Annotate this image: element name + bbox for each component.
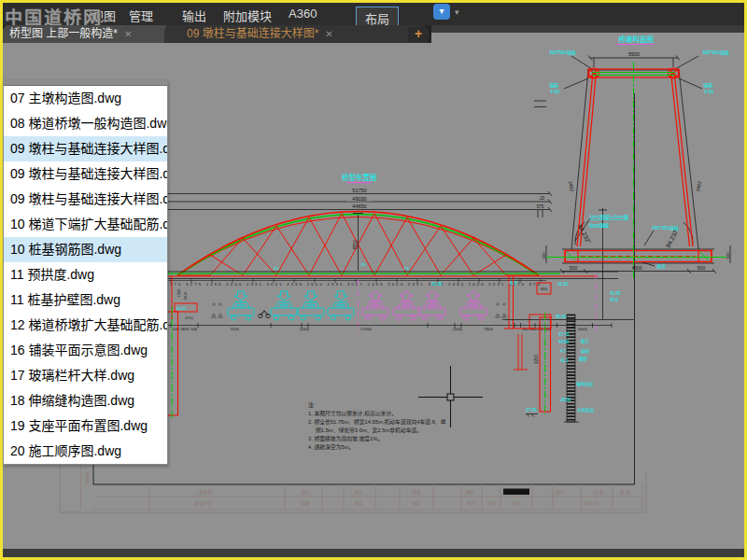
list-item[interactable]: 12 梯道桥墩扩大基础配筋.dwg (4, 313, 167, 338)
slope-label: 2% (403, 266, 409, 271)
elevation-label: 45.05 (556, 315, 567, 319)
list-item[interactable]: 11 预拱度.dwg (4, 262, 167, 287)
list-item[interactable]: 16 铺装平面示意图.dwg (4, 338, 167, 363)
tb-cell: 桩号 (467, 500, 476, 507)
elevation-label: 41.05 (610, 291, 621, 296)
list-item-highlighted[interactable]: 10 桩基钢筋图.dwg (4, 237, 167, 262)
slope-label: 2% (274, 266, 279, 271)
left-dim1: 1500 (176, 288, 181, 298)
dim-500-right: 500 (698, 265, 706, 271)
dim-total: 51750 (352, 188, 366, 193)
left-dim2: 3010 (183, 291, 188, 301)
list-item[interactable]: 09 墩柱与基础连接大样图.dwg (4, 187, 167, 212)
status-strip (3, 549, 744, 557)
dim-4500: 4500 (631, 265, 641, 271)
apex-dim-text: 8500 (353, 239, 358, 249)
borehole-column (567, 315, 575, 422)
title-block-black-bar (503, 489, 529, 496)
tb-cell: 共 张 (594, 489, 604, 496)
rebar-right-2: 4-50 (704, 89, 713, 94)
dim: 7400 (484, 327, 493, 331)
elevation-label: 4.7 (560, 349, 567, 354)
list-item[interactable]: 20 施工顺序图.dwg (4, 439, 167, 464)
soil-label: 强风化岩 (576, 381, 593, 387)
elevation-label: 45.0 (610, 298, 618, 302)
anchor-label-left: 300*500锚板 (549, 49, 576, 56)
dim-r2: 575 (537, 204, 544, 209)
side-dim-left: 2452 (568, 181, 575, 192)
dim: 100 2831 146 (173, 327, 198, 331)
tb-cell: 日期 (512, 501, 521, 507)
tb-cell: 审核 (412, 489, 421, 496)
soil-label: 中风化岩 (577, 407, 594, 413)
rebar-right: 锚筋 (703, 82, 712, 89)
tb-cell: 图别 (465, 489, 474, 496)
pile-dim: 1200 (534, 354, 539, 364)
elevation-title: 桥型布置图 (342, 173, 377, 182)
magenta-traffic-arrows (369, 291, 480, 301)
fill-label: 填芯 (656, 263, 666, 270)
side-500-left: 500 (542, 252, 546, 259)
tb-cell: 审定 (412, 500, 421, 507)
dim: 6505 (578, 327, 587, 331)
notes-block: 注: 1. 本图尺寸均以厘米计,标高以米计。 2. 桥全长51.75m、桥宽14… (308, 401, 446, 451)
dim-mid: 49030 (352, 196, 366, 202)
notes-line: 3. 桥面横坡为双向坡,坡度1%。 (308, 435, 383, 442)
list-item[interactable]: 09 墩柱与基础连接大样图.dwg (4, 161, 167, 187)
notes-header: 注: (308, 401, 316, 409)
geology-labels: 41.05 45.05 47.70 44.50 4.7 41.1 黏土 粉砂 细… (431, 281, 621, 414)
notes-line: 4. 通航净空为5m。 (308, 443, 354, 451)
bridge-deck: 370 3275 2466 2000 2331 3001 2466 2000 2… (166, 272, 618, 287)
rebar-left-2: 4-50 (550, 89, 559, 94)
dim-inner: 44650 (352, 203, 366, 209)
detail-note-2: 6mm钢板 (589, 222, 609, 229)
slope-label: 2% (360, 262, 366, 267)
list-item[interactable]: 18 伸缩缝构造图.dwg (4, 388, 167, 413)
magenta-car-icons (362, 302, 486, 321)
tb-cell: 制图 (301, 500, 310, 507)
detail-note-1: 1cm(预留)+2mm钢 (589, 214, 628, 220)
list-item[interactable]: 17 玻璃栏杆大样.dwg (4, 363, 167, 388)
anchor-label-right: 300*500锚板 (702, 49, 729, 56)
dim-r1: 20 (540, 196, 545, 201)
dim: 17500 (360, 327, 373, 331)
tb-cell: 工程名称 (195, 489, 213, 496)
dim: 7100 (230, 327, 239, 331)
elevation-label: 27.05 (526, 408, 537, 413)
detail-note-right: 450*350锚板 (652, 225, 679, 231)
notes-line: 1. 本图尺寸均以厘米计,标高以米计。 (308, 410, 397, 417)
elevation-label: 47.70 (558, 332, 570, 337)
list-item[interactable]: 08 梯道桥墩一般构造图.dwg (4, 111, 167, 136)
cap-dim: 600 (541, 287, 548, 291)
list-item[interactable]: 07 主墩构造图.dwg (4, 86, 167, 111)
pedestrian-icons (211, 302, 507, 318)
tb-cell: 图号 (556, 490, 565, 496)
app-window: 视图 管理 输出 附加模块 A360 布局 ▾ ▾ 中国道桥网 桥型图 上部一般… (0, 0, 747, 560)
dim: (100) (300, 327, 310, 331)
list-item-highlighted[interactable]: 09 墩柱与基础连接大样图.dwg (4, 136, 167, 161)
dim: 265 1500 100 2000 (523, 328, 552, 331)
list-item[interactable]: 10 梯道下端扩大基础配筋.dwg (4, 212, 167, 237)
notes-line: 2. 桥全长51.75m、桥宽14.55m,机动车道双向4车道:6、单 (308, 418, 446, 426)
tb-cell: 设计 (301, 489, 310, 496)
elevation-label: 41.05 (557, 282, 569, 287)
tb-cell: 2014.05 (584, 501, 599, 506)
tb-cell: 比例 (486, 500, 496, 507)
elevation-view: 桥型布置图 51750 49030 44650 20 575 (166, 101, 618, 333)
tb-cell: 第 张 (620, 489, 630, 496)
dwg-file-list: 07 主墩构造图.dwg 08 梯道桥墩一般构造图.dwg 09 墩柱与基础连接… (3, 79, 168, 465)
side-500-right: 500 (726, 252, 730, 259)
elevation-label: 41.05 (431, 282, 443, 287)
tb-cell: 校核 (354, 500, 363, 507)
dim-500-left: 500 (570, 265, 578, 271)
side-dim-right: 2452 (695, 180, 702, 191)
detail-text: 5500 300*500锚板 300*500锚板 锚筋 4-50 锚筋 4-50… (542, 49, 730, 271)
list-item[interactable]: 19 支座平面布置图.dwg (4, 413, 167, 439)
sheet-trim-lines (60, 464, 646, 512)
list-item[interactable]: 11 桩基护壁图.dwg (4, 287, 167, 313)
cap-label: 4950 (185, 315, 194, 320)
tb-cell: 复核 (354, 489, 363, 496)
elevation-label: 28.50 (560, 398, 571, 402)
deck-dimension-chain: 370 3275 2466 2000 2331 3001 2466 2000 2… (170, 282, 541, 287)
soil-label: 黏土 (581, 338, 589, 344)
